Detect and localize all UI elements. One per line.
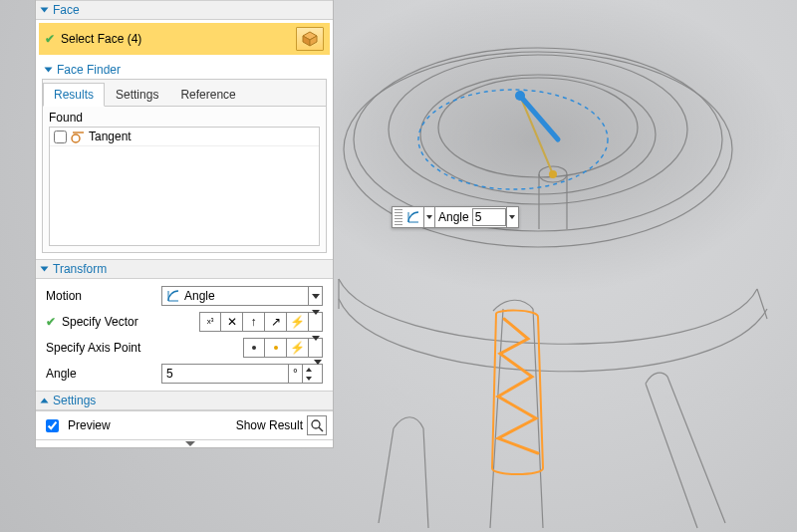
specify-axis-row: Specify Axis Point ⚡ (42, 335, 327, 361)
angle-icon (405, 210, 421, 224)
swap-icon: ✕ (227, 316, 237, 328)
vector-reverse-button[interactable]: ✕ (221, 312, 243, 332)
axis-infer-button[interactable]: ⚡ (287, 338, 309, 358)
axis-point-alt-button[interactable] (265, 338, 287, 358)
found-item-tangent[interactable]: Tangent (50, 128, 319, 146)
svg-point-11 (72, 134, 80, 142)
show-result-group: Show Result (236, 415, 327, 435)
point-light-icon (274, 346, 278, 350)
angle-dropdown[interactable] (314, 365, 322, 383)
section-settings-header[interactable]: Settings (36, 391, 333, 410)
specify-vector-label: Specify Vector (62, 315, 157, 329)
motion-row: Motion Angle (42, 283, 327, 309)
motion-value: Angle (184, 289, 215, 303)
angle-label: Angle (46, 367, 155, 381)
axis-point-button[interactable] (243, 338, 265, 358)
svg-point-3 (420, 75, 656, 194)
vector-button-row: x³ ✕ ↑ ↗ ⚡ (199, 312, 323, 332)
rotate-handle-endpoint[interactable] (515, 91, 525, 101)
angle-unit: ° (288, 365, 302, 383)
face-finder-panel: Results Settings Reference Found Tangent (42, 79, 327, 253)
angle-value-field[interactable] (162, 365, 288, 383)
found-item-label: Tangent (89, 130, 132, 143)
axis-up-icon: ↑ (251, 316, 257, 328)
tab-reference[interactable]: Reference (169, 83, 246, 106)
point-dark-icon (252, 346, 256, 350)
svg-line-7 (520, 96, 558, 139)
angle-row: Angle ° (42, 361, 327, 387)
onscreen-angle-value[interactable] (472, 208, 506, 226)
transform-body: Motion Angle ✔ Specify Vector x³ ✕ ↑ ↗ ⚡ (36, 279, 333, 391)
expand-icon (41, 267, 49, 272)
vector-expression-button[interactable]: x³ (199, 312, 221, 332)
expr-icon: x³ (207, 318, 214, 326)
chevron-down-icon[interactable] (308, 287, 322, 305)
selected-face-highlight (492, 311, 543, 474)
drag-grip-icon[interactable] (395, 209, 402, 225)
select-face-row[interactable]: ✔ Select Face (4) (39, 23, 330, 55)
svg-line-14 (319, 427, 323, 431)
onscreen-angle-dropdown[interactable] (506, 207, 518, 227)
face-finder-tabs: Results Settings Reference (43, 80, 326, 107)
found-item-checkbox[interactable] (54, 131, 67, 143)
axis-dropdown[interactable] (309, 338, 323, 358)
specify-axis-label: Specify Axis Point (46, 341, 155, 355)
angle-spinner[interactable] (302, 365, 314, 383)
onscreen-angle-label: Angle (435, 210, 472, 224)
vector-infer-button[interactable]: ⚡ (287, 312, 309, 332)
select-face-label: Select Face (4) (61, 32, 141, 46)
lightning-icon: ⚡ (290, 342, 305, 354)
section-face-header[interactable]: Face (36, 0, 333, 20)
motion-label: Motion (46, 289, 155, 303)
preview-label: Preview (68, 418, 111, 432)
check-icon: ✔ (46, 315, 56, 329)
section-transform-title: Transform (53, 262, 107, 276)
tangent-icon (71, 130, 85, 143)
angle-input[interactable]: ° (161, 364, 323, 384)
section-transform-header[interactable]: Transform (36, 259, 333, 279)
angle-icon (166, 289, 180, 303)
lightning-icon: ⚡ (290, 316, 305, 328)
vector-dropdown[interactable] (309, 312, 323, 332)
show-result-button[interactable] (307, 415, 327, 435)
axis-diag-icon: ↗ (271, 316, 281, 328)
expand-icon (45, 68, 53, 73)
motion-combo[interactable]: Angle (161, 286, 323, 306)
found-list[interactable]: Tangent (49, 127, 320, 246)
svg-point-13 (312, 420, 320, 428)
svg-point-4 (438, 78, 638, 177)
onscreen-angle-input[interactable]: Angle (392, 206, 519, 228)
tab-results[interactable]: Results (43, 83, 105, 107)
collapse-icon (41, 399, 49, 403)
axis-button-row: ⚡ (243, 338, 323, 358)
check-icon: ✔ (45, 32, 55, 46)
motion-dropdown-small[interactable] (423, 207, 435, 227)
tab-settings[interactable]: Settings (105, 83, 169, 106)
cube-icon (301, 31, 319, 47)
preview-checkbox[interactable] (46, 419, 59, 432)
section-settings-title: Settings (53, 394, 96, 407)
vector-axis-z-button[interactable]: ↑ (243, 312, 265, 332)
section-face-finder-title: Face Finder (57, 63, 121, 77)
move-face-dialog: Face ✔ Select Face (4) Face Finder Resul… (35, 0, 334, 448)
rotate-pivot-point[interactable] (549, 170, 557, 178)
rotate-manipulator-ring[interactable] (418, 90, 608, 189)
section-face-finder-header[interactable]: Face Finder (40, 61, 329, 79)
found-label: Found (43, 107, 326, 127)
svg-line-6 (520, 96, 553, 174)
section-face-title: Face (53, 3, 80, 17)
show-result-label: Show Result (236, 418, 303, 432)
expand-icon (41, 8, 49, 13)
selection-filter-button[interactable] (296, 27, 324, 51)
specify-vector-row: ✔ Specify Vector x³ ✕ ↑ ↗ ⚡ (42, 309, 327, 335)
resize-handle[interactable] (36, 439, 333, 447)
magnifier-icon (310, 418, 324, 432)
dialog-footer: Preview Show Result (36, 410, 333, 439)
vector-axis-xy-button[interactable]: ↗ (265, 312, 287, 332)
